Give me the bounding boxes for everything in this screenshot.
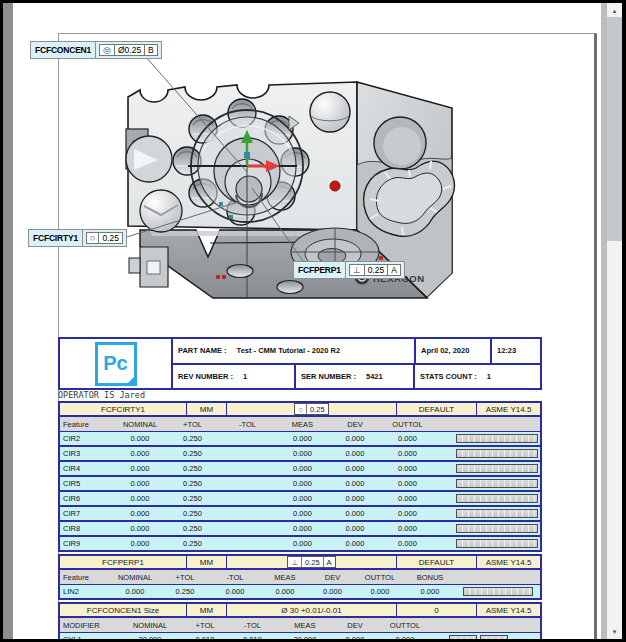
col-meas: MEAS	[275, 621, 335, 630]
table-row: CIR3 0.000 0.250 0.000 0.000 0.000	[58, 447, 542, 462]
col-outtol: OUTTOL	[355, 573, 405, 582]
cell-feature: CIR8	[60, 524, 115, 533]
gdt-label-name: FCFPERP1	[294, 262, 346, 278]
gdt-tolerance: Ø0.25	[114, 45, 144, 55]
col-nominal: NOMINAL	[110, 573, 160, 582]
operator-line: OPERATOR IS Jared	[58, 390, 542, 401]
col-bonus: BONUS	[405, 573, 455, 582]
table-row: CIR2 0.000 0.250 0.000 0.000 0.000	[58, 432, 542, 447]
cell-feature: CIR5	[60, 479, 115, 488]
scrollbar-thumb[interactable]	[607, 17, 622, 241]
section-units: MM	[187, 604, 227, 616]
deviation-bar	[463, 587, 533, 596]
gdt-tolerance: 0.25	[98, 233, 122, 243]
rev-number-label: REV NUMBER :	[178, 372, 233, 381]
cell-feature: CYL1	[60, 635, 120, 639]
col-feature: Feature	[60, 420, 115, 429]
section-header: FCFCONCEN1 Size MM Ø 30 +0.01/-0.01 0 AS…	[58, 602, 542, 618]
section-units: MM	[187, 556, 227, 568]
part-name-cell: PART NAME : Test - CMM Tutorial - 2020 R…	[173, 339, 416, 363]
section-fcf-cell: ○ 0.25	[227, 403, 397, 415]
circularity-icon: ○	[87, 233, 98, 243]
col-dev: DEV	[330, 420, 380, 429]
deviation-bar	[456, 449, 538, 458]
deviation-bar	[456, 464, 538, 473]
stats-count-value: 1	[487, 372, 491, 381]
ser-number-label: SER NUMBER :	[301, 372, 356, 381]
deviation-bar	[456, 509, 538, 518]
report-viewport: HEXAGON FCFCONCEN1 ◎ Ø0.25 B FCFCIRTY1 ○…	[13, 3, 601, 639]
left-border-strip	[3, 3, 13, 639]
stats-count-label: STATS COUNT :	[420, 372, 477, 381]
section-standard: ASME Y14.5	[477, 556, 540, 568]
rev-number-cell: REV NUMBER : 1	[173, 365, 296, 389]
report-body: Pc PART NAME : Test - CMM Tutorial - 202…	[58, 337, 542, 639]
scroll-up-button[interactable]: ▲	[607, 3, 622, 18]
gdt-label-name: FCFCONCEN1	[31, 42, 96, 58]
section-fcfperp1: FCFPERP1 MM ⊥ 0.25 A DEFAULT ASME Y14.5 …	[58, 554, 542, 600]
perpendicularity-icon: ⊥	[350, 265, 364, 275]
col-dev: DEV	[310, 573, 355, 582]
section-title: FCFPERP1	[60, 556, 187, 568]
fcf-tolerance: 0.25	[301, 557, 323, 567]
ser-number-value: 5421	[366, 372, 383, 381]
cell-feature: CIR4	[60, 464, 115, 473]
sphere-feature	[310, 92, 350, 132]
logo-cell: Pc	[60, 339, 173, 388]
table-row: CIR7 0.000 0.250 0.000 0.000 0.000	[58, 507, 542, 522]
gdt-datum: A	[387, 265, 400, 275]
table-row: CYL1 30.000 0.010 0.010 30.000 0.000 0.0…	[58, 633, 542, 639]
gdt-label-fcfperp1: FCFPERP1 ⊥ 0.25 A	[293, 261, 405, 279]
col-modifier: MODIFIER	[60, 621, 120, 630]
cell-feature: CIR9	[60, 539, 115, 548]
table-row: LIN2 0.000 0.250 0.000 0.000 0.000 0.000…	[58, 585, 542, 600]
part-name-value: Test - CMM Tutorial - 2020 R2	[237, 346, 341, 355]
table-row: CIR5 0.000 0.250 0.000 0.000 0.000	[58, 477, 542, 492]
cell-feature: CIR3	[60, 449, 115, 458]
section-size-spec: Ø 30 +0.01/-0.01	[227, 604, 397, 616]
table-row: CIR8 0.000 0.250 0.000 0.000 0.000	[58, 522, 542, 537]
col-ptol: +TOL	[160, 573, 210, 582]
col-meas: MEAS	[275, 420, 330, 429]
report-header-table: Pc PART NAME : Test - CMM Tutorial - 202…	[58, 337, 542, 390]
section-standard: ASME Y14.5	[477, 403, 540, 415]
section-title: FCFCIRTY1	[60, 403, 187, 415]
gdt-label-fcfconcen1: FCFCONCEN1 ◎ Ø0.25 B	[30, 41, 162, 59]
col-mtol: -TOL	[230, 621, 275, 630]
section-header: FCFPERP1 MM ⊥ 0.25 A DEFAULT ASME Y14.5	[58, 554, 542, 570]
col-dev: DEV	[335, 621, 375, 630]
scroll-down-button[interactable]: ▼	[607, 624, 622, 639]
column-header-row: MODIFIER NOMINAL +TOL -TOL MEAS DEV OUTT…	[58, 618, 542, 633]
deviation-bar	[456, 539, 538, 548]
table-row: CIR9 0.000 0.250 0.000 0.000 0.000	[58, 537, 542, 552]
section-fcfconcen1-size: FCFCONCEN1 Size MM Ø 30 +0.01/-0.01 0 AS…	[58, 602, 542, 639]
column-header-row: Feature NOMINAL +TOL -TOL MEAS DEV OUTTO…	[58, 570, 542, 585]
scroll-down-icon: ▼	[612, 629, 618, 635]
col-nominal: NOMINAL	[120, 621, 180, 630]
report-time: 12:23	[497, 346, 516, 355]
bottom-slot-hole	[227, 265, 253, 278]
pcdmis-logo: Pc	[95, 342, 137, 386]
window-frame: HEXAGON FCFCONCEN1 ◎ Ø0.25 B FCFCIRTY1 ○…	[0, 0, 626, 642]
perpendicularity-icon: ⊥	[288, 557, 301, 567]
section-mode: DEFAULT	[397, 403, 477, 415]
cell-feature: LIN2	[60, 587, 110, 596]
gdt-label-name: FCFCIRTY1	[29, 230, 83, 246]
vertical-scrollbar[interactable]: ▲ ▼	[607, 3, 622, 639]
col-meas: MEAS	[260, 573, 310, 582]
circularity-icon: ○	[295, 404, 306, 414]
column-header-row: Feature NOMINAL +TOL -TOL MEAS DEV OUTTO…	[58, 417, 542, 432]
section-fcf-cell: ⊥ 0.25 A	[227, 556, 397, 568]
section-standard: ASME Y14.5	[477, 604, 540, 616]
deviation-bar	[456, 479, 538, 488]
scroll-up-icon: ▲	[612, 8, 618, 14]
date-cell: April 02, 2020	[416, 339, 492, 363]
col-nominal: NOMINAL	[115, 420, 165, 429]
col-outtol: OUTTOL	[375, 621, 435, 630]
table-row: CIR6 0.000 0.250 0.000 0.000 0.000	[58, 492, 542, 507]
section-fcfcirty1: FCFCIRTY1 MM ○ 0.25 DEFAULT ASME Y14.5 F…	[58, 401, 542, 552]
deviation-bar	[456, 494, 538, 503]
deviation-bar	[456, 434, 538, 443]
cone-dome	[140, 190, 182, 232]
section-mode: DEFAULT	[397, 556, 477, 568]
